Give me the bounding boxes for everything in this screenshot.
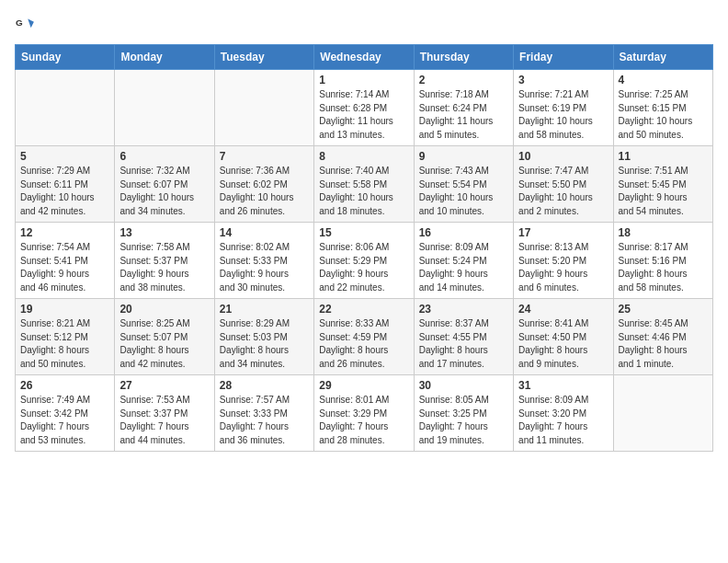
calendar-cell: 26Sunrise: 7:49 AM Sunset: 3:42 PM Dayli… — [16, 375, 115, 452]
day-number: 24 — [518, 303, 608, 316]
day-number: 6 — [119, 150, 209, 163]
calendar-week-row: 12Sunrise: 7:54 AM Sunset: 5:41 PM Dayli… — [16, 223, 713, 299]
day-number: 29 — [319, 379, 408, 392]
day-number: 30 — [419, 379, 508, 392]
weekday-header-tuesday: Tuesday — [214, 45, 313, 70]
calendar-cell — [613, 375, 712, 452]
calendar-cell — [214, 70, 313, 146]
day-info: Sunrise: 7:14 AM Sunset: 6:28 PM Dayligh… — [319, 88, 408, 142]
day-info: Sunrise: 8:41 AM Sunset: 4:50 PM Dayligh… — [518, 317, 608, 371]
logo-icon: G — [15, 15, 35, 35]
calendar: SundayMondayTuesdayWednesdayThursdayFrid… — [15, 44, 713, 452]
svg-text:G: G — [16, 17, 23, 28]
calendar-cell: 5Sunrise: 7:29 AM Sunset: 6:11 PM Daylig… — [16, 146, 115, 223]
day-info: Sunrise: 7:53 AM Sunset: 3:37 PM Dayligh… — [119, 394, 209, 447]
calendar-cell: 12Sunrise: 7:54 AM Sunset: 5:41 PM Dayli… — [16, 223, 115, 299]
day-number: 7 — [220, 150, 309, 163]
day-number: 20 — [119, 303, 209, 316]
calendar-cell: 30Sunrise: 8:05 AM Sunset: 3:25 PM Dayli… — [414, 375, 513, 452]
weekday-header-wednesday: Wednesday — [314, 45, 414, 70]
calendar-cell: 22Sunrise: 8:33 AM Sunset: 4:59 PM Dayli… — [314, 299, 414, 375]
calendar-cell: 4Sunrise: 7:25 AM Sunset: 6:15 PM Daylig… — [613, 70, 712, 146]
day-info: Sunrise: 8:09 AM Sunset: 5:24 PM Dayligh… — [419, 241, 508, 294]
day-number: 27 — [119, 379, 209, 392]
calendar-cell: 7Sunrise: 7:36 AM Sunset: 6:02 PM Daylig… — [214, 146, 313, 223]
day-info: Sunrise: 7:54 AM Sunset: 5:41 PM Dayligh… — [20, 241, 109, 294]
calendar-cell: 15Sunrise: 8:06 AM Sunset: 5:29 PM Dayli… — [314, 223, 414, 299]
day-number: 1 — [319, 74, 408, 86]
day-info: Sunrise: 8:13 AM Sunset: 5:20 PM Dayligh… — [518, 241, 608, 294]
header: G — [15, 15, 713, 35]
day-number: 11 — [619, 150, 708, 163]
day-number: 31 — [518, 379, 608, 392]
day-info: Sunrise: 8:02 AM Sunset: 5:33 PM Dayligh… — [220, 241, 309, 294]
day-info: Sunrise: 8:01 AM Sunset: 3:29 PM Dayligh… — [319, 394, 408, 447]
weekday-header-saturday: Saturday — [613, 45, 712, 70]
day-number: 16 — [419, 226, 508, 239]
day-info: Sunrise: 8:17 AM Sunset: 5:16 PM Dayligh… — [619, 241, 708, 294]
calendar-cell: 17Sunrise: 8:13 AM Sunset: 5:20 PM Dayli… — [514, 223, 613, 299]
day-number: 15 — [319, 226, 408, 239]
day-info: Sunrise: 7:40 AM Sunset: 5:58 PM Dayligh… — [319, 165, 408, 218]
day-number: 28 — [220, 379, 309, 392]
day-info: Sunrise: 7:18 AM Sunset: 6:24 PM Dayligh… — [419, 88, 508, 142]
calendar-cell: 29Sunrise: 8:01 AM Sunset: 3:29 PM Dayli… — [314, 375, 414, 452]
day-number: 18 — [619, 226, 708, 239]
calendar-cell: 18Sunrise: 8:17 AM Sunset: 5:16 PM Dayli… — [613, 223, 712, 299]
day-info: Sunrise: 7:51 AM Sunset: 5:45 PM Dayligh… — [619, 165, 708, 218]
day-number: 10 — [518, 150, 608, 163]
calendar-week-row: 1Sunrise: 7:14 AM Sunset: 6:28 PM Daylig… — [16, 70, 713, 146]
svg-marker-1 — [28, 18, 34, 28]
calendar-cell: 25Sunrise: 8:45 AM Sunset: 4:46 PM Dayli… — [613, 299, 712, 375]
calendar-cell: 10Sunrise: 7:47 AM Sunset: 5:50 PM Dayli… — [514, 146, 613, 223]
day-info: Sunrise: 8:45 AM Sunset: 4:46 PM Dayligh… — [619, 317, 708, 371]
day-number: 22 — [319, 303, 408, 316]
calendar-cell: 2Sunrise: 7:18 AM Sunset: 6:24 PM Daylig… — [414, 70, 513, 146]
calendar-cell: 13Sunrise: 7:58 AM Sunset: 5:37 PM Dayli… — [115, 223, 214, 299]
calendar-cell: 19Sunrise: 8:21 AM Sunset: 5:12 PM Dayli… — [16, 299, 115, 375]
calendar-cell: 11Sunrise: 7:51 AM Sunset: 5:45 PM Dayli… — [613, 146, 712, 223]
calendar-cell: 27Sunrise: 7:53 AM Sunset: 3:37 PM Dayli… — [115, 375, 214, 452]
day-info: Sunrise: 8:09 AM Sunset: 3:20 PM Dayligh… — [518, 394, 608, 447]
calendar-cell: 1Sunrise: 7:14 AM Sunset: 6:28 PM Daylig… — [314, 70, 414, 146]
day-number: 12 — [20, 226, 109, 239]
day-info: Sunrise: 7:58 AM Sunset: 5:37 PM Dayligh… — [119, 241, 209, 294]
calendar-cell: 9Sunrise: 7:43 AM Sunset: 5:54 PM Daylig… — [414, 146, 513, 223]
day-info: Sunrise: 8:37 AM Sunset: 4:55 PM Dayligh… — [419, 317, 508, 371]
day-info: Sunrise: 7:25 AM Sunset: 6:15 PM Dayligh… — [619, 88, 708, 142]
day-info: Sunrise: 8:21 AM Sunset: 5:12 PM Dayligh… — [20, 317, 109, 371]
calendar-week-row: 19Sunrise: 8:21 AM Sunset: 5:12 PM Dayli… — [16, 299, 713, 375]
day-info: Sunrise: 8:33 AM Sunset: 4:59 PM Dayligh… — [319, 317, 408, 371]
calendar-cell: 16Sunrise: 8:09 AM Sunset: 5:24 PM Dayli… — [414, 223, 513, 299]
calendar-cell: 20Sunrise: 8:25 AM Sunset: 5:07 PM Dayli… — [115, 299, 214, 375]
weekday-header-row: SundayMondayTuesdayWednesdayThursdayFrid… — [16, 45, 713, 70]
day-info: Sunrise: 7:32 AM Sunset: 6:07 PM Dayligh… — [119, 165, 209, 218]
day-info: Sunrise: 7:29 AM Sunset: 6:11 PM Dayligh… — [20, 165, 109, 218]
day-info: Sunrise: 7:36 AM Sunset: 6:02 PM Dayligh… — [220, 165, 309, 218]
day-number: 9 — [419, 150, 508, 163]
weekday-header-friday: Friday — [514, 45, 613, 70]
day-number: 26 — [20, 379, 109, 392]
calendar-cell: 23Sunrise: 8:37 AM Sunset: 4:55 PM Dayli… — [414, 299, 513, 375]
day-number: 8 — [319, 150, 408, 163]
day-number: 21 — [220, 303, 309, 316]
day-number: 14 — [220, 226, 309, 239]
day-number: 2 — [419, 74, 508, 86]
day-info: Sunrise: 8:29 AM Sunset: 5:03 PM Dayligh… — [220, 317, 309, 371]
day-info: Sunrise: 7:47 AM Sunset: 5:50 PM Dayligh… — [518, 165, 608, 218]
day-info: Sunrise: 7:21 AM Sunset: 6:19 PM Dayligh… — [518, 88, 608, 142]
day-number: 3 — [518, 74, 608, 86]
day-number: 4 — [619, 74, 708, 86]
day-number: 13 — [119, 226, 209, 239]
day-info: Sunrise: 8:25 AM Sunset: 5:07 PM Dayligh… — [119, 317, 209, 371]
calendar-cell: 6Sunrise: 7:32 AM Sunset: 6:07 PM Daylig… — [115, 146, 214, 223]
calendar-cell: 28Sunrise: 7:57 AM Sunset: 3:33 PM Dayli… — [214, 375, 313, 452]
day-info: Sunrise: 8:05 AM Sunset: 3:25 PM Dayligh… — [419, 394, 508, 447]
weekday-header-sunday: Sunday — [16, 45, 115, 70]
day-info: Sunrise: 7:57 AM Sunset: 3:33 PM Dayligh… — [220, 394, 309, 447]
calendar-cell: 21Sunrise: 8:29 AM Sunset: 5:03 PM Dayli… — [214, 299, 313, 375]
calendar-cell: 14Sunrise: 8:02 AM Sunset: 5:33 PM Dayli… — [214, 223, 313, 299]
day-number: 5 — [20, 150, 109, 163]
calendar-cell: 3Sunrise: 7:21 AM Sunset: 6:19 PM Daylig… — [514, 70, 613, 146]
day-number: 23 — [419, 303, 508, 316]
